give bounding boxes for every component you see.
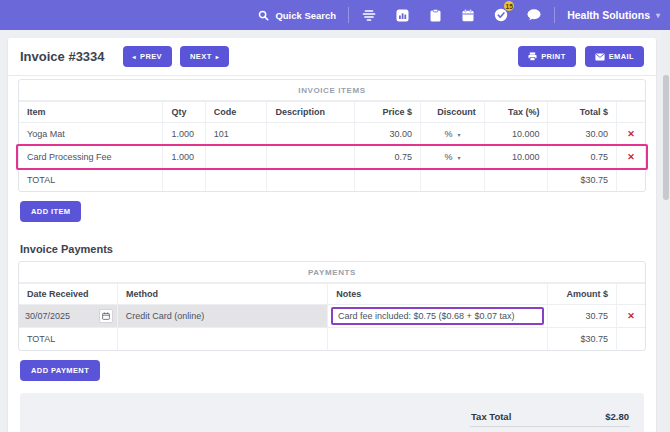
- topbar-divider: [554, 7, 555, 23]
- item-row-card-processing-fee: Card Processing Fee 1.000 0.75 % ▾ 10.00…: [19, 145, 645, 168]
- empty-cell: [328, 328, 548, 350]
- add-payment-button[interactable]: ADD PAYMENT: [20, 360, 100, 381]
- calendar-icon[interactable]: [460, 7, 476, 23]
- payments-header-row: Date Received Method Notes Amount $: [19, 283, 645, 304]
- invoice-content: Invoice Items INVOICE ITEMS Item Qty Cod…: [8, 76, 656, 432]
- item-discount-select[interactable]: % ▾: [421, 146, 485, 168]
- prev-arrow-icon: ◂: [133, 53, 136, 60]
- next-button[interactable]: NEXT ▸: [180, 46, 229, 67]
- payment-amount-cell[interactable]: 30.75: [548, 305, 617, 327]
- payment-date-input[interactable]: 30/07/2025: [19, 305, 117, 327]
- align-lines-icon[interactable]: [361, 7, 377, 23]
- item-price-cell[interactable]: 30.00: [355, 123, 421, 145]
- item-tax-cell[interactable]: 10.000: [485, 123, 549, 145]
- prev-button[interactable]: ◂ PREV: [123, 46, 172, 67]
- quick-search-button[interactable]: Quick Search: [258, 10, 336, 21]
- calendar-picker-button[interactable]: [99, 309, 113, 323]
- tax-total-value: $2.80: [605, 411, 629, 422]
- empty-cell: [118, 328, 328, 350]
- col-method: Method: [118, 284, 328, 304]
- col-item: Item: [19, 102, 163, 122]
- item-name-cell[interactable]: Yoga Mat: [19, 123, 163, 145]
- items-header-row: Item Qty Code Description Price $ Discou…: [19, 101, 645, 122]
- item-qty-cell[interactable]: 1.000: [163, 146, 205, 168]
- items-total-label: TOTAL: [19, 169, 163, 191]
- calendar-icon: [102, 312, 110, 320]
- item-delete-cell: ✕: [617, 146, 645, 168]
- print-button[interactable]: PRINT: [518, 46, 576, 67]
- clipboard-icon[interactable]: [427, 7, 443, 23]
- delete-item-icon[interactable]: ✕: [627, 152, 635, 162]
- invoice-items-panel: INVOICE ITEMS Item Qty Code Description …: [18, 79, 646, 192]
- topbar-icon-group: 15: [361, 7, 542, 23]
- col-delete: [617, 102, 645, 122]
- next-arrow-icon: ▸: [216, 53, 219, 60]
- chat-icon[interactable]: [526, 7, 542, 23]
- payments-section-heading: Invoice Payments: [20, 243, 646, 255]
- col-description: Description: [267, 102, 355, 122]
- item-total-cell: 30.00: [548, 123, 617, 145]
- payments-total-row: TOTAL $30.75: [19, 327, 645, 350]
- payment-date-cell: 30/07/2025: [19, 305, 118, 327]
- item-code-cell[interactable]: 101: [206, 123, 268, 145]
- col-discount: Discount: [421, 102, 485, 122]
- topbar-divider: [348, 7, 349, 23]
- email-button[interactable]: EMAIL: [585, 46, 644, 67]
- payment-method-select[interactable]: Credit Card (online): [118, 305, 327, 327]
- invoice-items-caption: INVOICE ITEMS: [19, 80, 645, 101]
- payment-delete-cell: ✕: [617, 305, 645, 327]
- bar-chart-icon[interactable]: [394, 7, 410, 23]
- invoice-actions: PRINT EMAIL: [518, 46, 644, 67]
- item-row-yoga-mat: Yoga Mat 1.000 101 30.00 % ▾ 10.000 30.0…: [19, 122, 645, 145]
- main-viewport: Invoice #3334 ◂ PREV NEXT ▸ PRINT: [0, 30, 661, 432]
- empty-cell: [355, 169, 421, 191]
- payment-method-cell: Credit Card (online): [118, 305, 328, 327]
- empty-cell: [617, 328, 645, 350]
- col-tax: Tax (%): [485, 102, 549, 122]
- empty-cell: [163, 169, 205, 191]
- empty-cell: [421, 169, 485, 191]
- item-tax-cell[interactable]: 10.000: [485, 146, 549, 168]
- item-price-cell[interactable]: 0.75: [355, 146, 421, 168]
- col-code: Code: [206, 102, 268, 122]
- empty-cell: [267, 169, 355, 191]
- chevron-down-icon: ▾: [457, 154, 460, 161]
- payment-note-highlighted[interactable]: Card fee included: $0.75 ($0.68 + $0.07 …: [331, 307, 544, 325]
- chevron-down-icon: ▾: [457, 131, 460, 138]
- items-total-value: $30.75: [548, 169, 617, 191]
- tax-total-row: Tax Total $2.80: [470, 406, 630, 427]
- tax-total-label: Tax Total: [471, 411, 511, 422]
- item-discount-select[interactable]: % ▾: [421, 123, 485, 145]
- account-menu[interactable]: Health Solutions ▾: [567, 9, 660, 21]
- col-qty: Qty: [163, 102, 205, 122]
- tasks-check-icon[interactable]: 15: [493, 7, 509, 23]
- invoice-card: Invoice #3334 ◂ PREV NEXT ▸ PRINT: [8, 38, 656, 432]
- delete-item-icon[interactable]: ✕: [627, 129, 635, 139]
- print-label: PRINT: [541, 52, 566, 61]
- item-description-cell[interactable]: [267, 123, 355, 145]
- col-price: Price $: [355, 102, 421, 122]
- envelope-icon: [595, 53, 605, 61]
- empty-cell: [617, 169, 645, 191]
- next-label: NEXT: [190, 52, 212, 61]
- item-name-cell[interactable]: Card Processing Fee: [19, 146, 163, 168]
- item-qty-cell[interactable]: 1.000: [163, 123, 205, 145]
- account-name: Health Solutions: [567, 9, 650, 21]
- item-code-cell[interactable]: [206, 146, 268, 168]
- invoice-balance-row: Invoice Balance $0.00: [470, 427, 630, 432]
- empty-cell: [206, 169, 268, 191]
- email-label: EMAIL: [609, 52, 634, 61]
- delete-payment-icon[interactable]: ✕: [627, 311, 635, 321]
- scrollbar-thumb[interactable]: [663, 75, 669, 200]
- quick-search-label: Quick Search: [275, 10, 336, 21]
- vertical-scrollbar[interactable]: [662, 32, 670, 432]
- add-item-button[interactable]: ADD ITEM: [20, 201, 81, 222]
- item-description-cell[interactable]: [267, 146, 355, 168]
- item-delete-cell: ✕: [617, 123, 645, 145]
- col-amount: Amount $: [548, 284, 617, 304]
- payment-notes-cell: Card fee included: $0.75 ($0.68 + $0.07 …: [328, 305, 548, 327]
- tasks-count-badge: 15: [504, 1, 514, 11]
- payments-total-label: TOTAL: [19, 328, 118, 350]
- col-delete: [617, 284, 645, 304]
- col-total: Total $: [548, 102, 617, 122]
